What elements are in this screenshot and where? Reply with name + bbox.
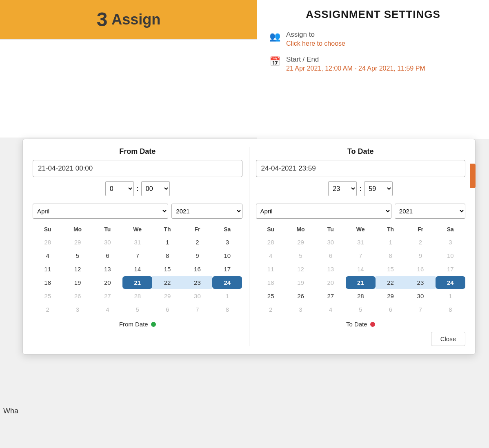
table-row[interactable]: 12 (62, 263, 92, 275)
table-row[interactable]: 4 (316, 303, 345, 316)
table-row[interactable]: 13 (316, 263, 345, 275)
assign-to-value[interactable]: Click here to choose (286, 40, 345, 47)
table-row[interactable]: 10 (212, 249, 242, 262)
table-row[interactable]: 30 (93, 236, 122, 248)
table-row[interactable]: 31 (346, 236, 376, 248)
table-row[interactable]: 23 (182, 276, 212, 289)
table-row[interactable]: 24 (436, 276, 465, 289)
to-month-select[interactable]: JanuaryFebruaryMarch AprilMayJune JulyAu… (256, 204, 391, 219)
table-row[interactable]: 9 (405, 249, 435, 262)
table-row[interactable]: 1 (436, 290, 465, 302)
table-row[interactable]: 2 (33, 303, 62, 316)
table-row[interactable]: 8 (376, 249, 405, 262)
table-row[interactable]: 5 (346, 303, 376, 316)
table-row[interactable]: 5 (122, 303, 152, 316)
from-month-select[interactable]: JanuaryFebruaryMarch AprilMayJune JulyAu… (33, 204, 168, 219)
table-row[interactable]: 10 (436, 249, 465, 262)
table-row[interactable]: 8 (436, 303, 465, 316)
table-row[interactable]: 5 (286, 249, 316, 262)
table-row[interactable]: 1 (152, 236, 182, 248)
table-row[interactable]: 21 (122, 276, 152, 289)
table-row[interactable]: 4 (256, 249, 286, 262)
table-row[interactable]: 11 (33, 263, 62, 275)
table-row[interactable]: 29 (286, 236, 316, 248)
from-legend-label: From Date (119, 321, 148, 328)
table-row[interactable]: 17 (436, 263, 465, 275)
table-row[interactable]: 22 (152, 276, 182, 289)
table-row[interactable]: 21 (346, 276, 376, 289)
table-row[interactable]: 3 (286, 303, 316, 316)
table-row[interactable]: 15 (376, 263, 405, 275)
table-row[interactable]: 28 (33, 236, 62, 248)
table-row[interactable]: 26 (62, 290, 92, 302)
table-row[interactable]: 25 (256, 290, 286, 302)
table-row[interactable]: 6 (376, 303, 405, 316)
table-row[interactable]: 18 (33, 276, 62, 289)
table-row[interactable]: 7 (182, 303, 212, 316)
table-row[interactable]: 7 (122, 249, 152, 262)
table-row[interactable]: 3 (62, 303, 92, 316)
table-row[interactable]: 13 (93, 263, 122, 275)
table-row[interactable]: 23 (405, 276, 435, 289)
table-row[interactable]: 24 (212, 276, 242, 289)
from-hour-select[interactable]: 0123 4567 891011 12131415 16171819 20212… (105, 181, 134, 196)
table-row[interactable]: 3 (212, 236, 242, 248)
table-row[interactable]: 1 (212, 290, 242, 302)
table-row[interactable]: 18 (256, 276, 286, 289)
table-row[interactable]: 6 (316, 249, 345, 262)
table-row[interactable]: 20 (93, 276, 122, 289)
table-row[interactable]: 7 (346, 249, 376, 262)
to-hour-select[interactable]: 0123 4567 891011 12131415 16171819 20212… (328, 181, 357, 196)
table-row[interactable]: 1 (376, 236, 405, 248)
dow-th: Th (152, 224, 182, 234)
table-row[interactable]: 15 (152, 263, 182, 275)
table-row[interactable]: 28 (256, 236, 286, 248)
table-row[interactable]: 25 (33, 290, 62, 302)
to-minute-select[interactable]: 00051015 20253035 40455055 59 (364, 181, 393, 196)
table-row[interactable]: 27 (316, 290, 345, 302)
assignment-settings-panel: ASSIGNMENT SETTINGS 👥 Assign to Click he… (257, 0, 489, 139)
table-row[interactable]: 6 (93, 249, 122, 262)
table-row[interactable]: 8 (212, 303, 242, 316)
table-row[interactable]: 4 (33, 249, 62, 262)
table-row[interactable]: 3 (436, 236, 465, 248)
table-row[interactable]: 20 (316, 276, 345, 289)
table-row[interactable]: 29 (376, 290, 405, 302)
table-row[interactable]: 28 (122, 290, 152, 302)
table-row[interactable]: 6 (152, 303, 182, 316)
table-row[interactable]: 22 (376, 276, 405, 289)
table-row[interactable]: 30 (405, 290, 435, 302)
table-row[interactable]: 11 (256, 263, 286, 275)
table-row[interactable]: 2 (256, 303, 286, 316)
table-row[interactable]: 29 (62, 236, 92, 248)
table-row[interactable]: 28 (346, 290, 376, 302)
table-row[interactable]: 29 (152, 290, 182, 302)
from-date-input[interactable] (33, 160, 242, 177)
from-minute-select[interactable]: 00051015 20253035 40455055 59 (141, 181, 170, 196)
table-row[interactable]: 7 (405, 303, 435, 316)
to-date-input[interactable] (256, 160, 466, 177)
table-row[interactable]: 30 (182, 290, 212, 302)
start-end-value[interactable]: 21 Apr 2021, 12:00 AM - 24 Apr 2021, 11:… (286, 65, 425, 72)
table-row[interactable]: 17 (212, 263, 242, 275)
close-button[interactable]: Close (431, 332, 465, 346)
table-row[interactable]: 19 (286, 276, 316, 289)
table-row[interactable]: 16 (182, 263, 212, 275)
to-year-select[interactable]: 20192020202120222023 (395, 204, 465, 219)
table-row[interactable]: 9 (182, 249, 212, 262)
from-year-select[interactable]: 20192020202120222023 (171, 204, 242, 219)
table-row[interactable]: 27 (93, 290, 122, 302)
table-row[interactable]: 16 (405, 263, 435, 275)
table-row[interactable]: 8 (152, 249, 182, 262)
table-row[interactable]: 31 (122, 236, 152, 248)
table-row[interactable]: 30 (316, 236, 345, 248)
table-row[interactable]: 14 (122, 263, 152, 275)
table-row[interactable]: 14 (346, 263, 376, 275)
table-row[interactable]: 2 (182, 236, 212, 248)
table-row[interactable]: 26 (286, 290, 316, 302)
table-row[interactable]: 2 (405, 236, 435, 248)
table-row[interactable]: 4 (93, 303, 122, 316)
table-row[interactable]: 12 (286, 263, 316, 275)
table-row[interactable]: 5 (62, 249, 92, 262)
table-row[interactable]: 19 (62, 276, 92, 289)
